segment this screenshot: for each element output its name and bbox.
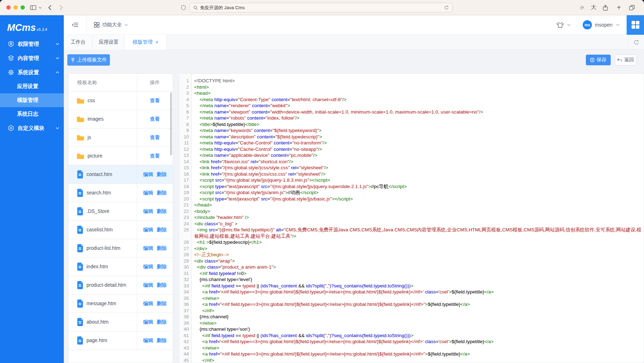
code-line[interactable]: 40 {ms:channel type='son'} (179, 326, 644, 332)
table-row[interactable]: search.htm 编辑删除 (69, 184, 173, 202)
code-line[interactable]: 33 <#if field.typeid == typeid || (ids?h… (179, 283, 644, 289)
code-line[interactable]: 15 <link href="/{ms:global.style/}css/st… (179, 165, 644, 171)
action-delete[interactable]: 删除 (157, 227, 167, 233)
tab-overview-icon[interactable] (628, 0, 636, 15)
code-line[interactable]: 45 </#if> (179, 357, 644, 363)
table-row[interactable]: contact.htm 编辑删除 (69, 165, 173, 184)
font-larger-button[interactable]: 大 (590, 0, 598, 15)
code-line[interactable]: 35 <#else> (179, 295, 644, 302)
code-line[interactable]: 44 <a href="<#if field.type==3>{ms:globa… (179, 351, 644, 357)
code-line[interactable]: 4 <meta http-equiv="Content-Type" conten… (179, 97, 644, 103)
action-view[interactable]: 查看 (150, 116, 160, 122)
action-view[interactable]: 查看 (150, 134, 160, 141)
chevron-down-icon[interactable] (567, 24, 571, 26)
action-view[interactable]: 查看 (150, 153, 160, 159)
table-row[interactable]: index.htm 编辑删除 (69, 258, 173, 276)
code-line[interactable]: 41 <#if field.typeid == typeid || (ids?h… (179, 332, 644, 339)
sidebar-item-permissions[interactable]: 权限管理 (0, 37, 64, 51)
action-delete[interactable]: 删除 (157, 319, 167, 325)
apps-grid-button[interactable] (627, 15, 644, 35)
code-line[interactable]: 34 <a href='<#if field.type==3>{ms:globa… (179, 289, 644, 295)
code-editor[interactable]: 1<!DOCTYPE html>2<html>3<head>4 <meta ht… (179, 73, 644, 363)
code-line[interactable]: 43 <#else> (179, 345, 644, 351)
save-button[interactable]: 保存 (586, 55, 611, 65)
code-line[interactable]: 23<#include "header.htm" /> (179, 214, 644, 221)
code-line[interactable]: 5 <meta name="renderer" content="webkit"… (179, 103, 644, 109)
action-delete[interactable]: 删除 (157, 208, 167, 215)
code-line[interactable]: 16 <link href="/{ms:global.style/}css/cs… (179, 171, 644, 177)
action-edit[interactable]: 编辑 (143, 208, 153, 215)
code-line[interactable]: 1<!DOCTYPE html> (179, 78, 644, 84)
avatar[interactable]: ms (583, 20, 592, 29)
minimize-window-button[interactable] (13, 5, 18, 10)
code-line[interactable]: 24<div class="o_big" > (179, 221, 644, 227)
action-delete[interactable]: 删除 (157, 245, 167, 252)
sidebar-item-template-management[interactable]: 模版管理 (0, 93, 64, 107)
code-line[interactable]: 25 <img src="{@ms:file field.typelitpic/… (179, 227, 644, 239)
share-icon[interactable] (602, 0, 609, 15)
sidebar-dropdown-chevron-icon[interactable] (38, 0, 43, 15)
code-line[interactable]: 2<html> (179, 84, 644, 90)
code-line[interactable]: 7 <meta name="robots" content="index, fo… (179, 115, 644, 121)
feature-menu[interactable]: 功能大全 (94, 22, 128, 28)
code-line[interactable]: 38 {/ms:channel} (179, 314, 644, 320)
refresh-tab-button[interactable] (628, 35, 644, 50)
table-row[interactable]: caselist.htm 编辑删除 (69, 221, 173, 239)
action-view[interactable]: 查看 (150, 98, 160, 104)
table-row[interactable]: page.htm 编辑删除 (69, 331, 173, 350)
code-line[interactable]: 12 <meta http-equiv="Cache-Control" cont… (179, 146, 644, 153)
back-button[interactable] (46, 0, 53, 15)
chevron-down-icon[interactable] (616, 24, 620, 26)
code-line[interactable]: 32 {ms:channel type='level'} (179, 276, 644, 283)
address-bar[interactable]: 免疫开源的 Java Cms (190, 3, 453, 12)
reload-icon[interactable] (444, 5, 449, 10)
code-line[interactable]: 29<div class="wrap"> (179, 258, 644, 264)
action-edit[interactable]: 编辑 (143, 282, 153, 288)
table-row[interactable]: .DS_Store 编辑删除 (69, 202, 173, 221)
table-row[interactable]: message.htm 编辑删除 (69, 295, 173, 313)
action-delete[interactable]: 删除 (157, 282, 167, 288)
action-delete[interactable]: 删除 (157, 171, 167, 178)
table-row[interactable]: picture 查看 (69, 147, 173, 165)
code-line[interactable]: 36 <a href="<#if field.type==3>{ms:globa… (179, 301, 644, 308)
table-row[interactable]: product-list.htm 编辑删除 (69, 239, 173, 258)
code-line[interactable]: 13 <meta name="applicable-device" conten… (179, 152, 644, 159)
code-line[interactable]: 30 <div class="product_a anim anim-1"> (179, 264, 644, 270)
code-line[interactable]: 9 <meta name="keywords" content="${field… (179, 127, 644, 134)
code-line[interactable]: 14 <link href="/favicon.ico" rel="shortc… (179, 159, 644, 165)
table-row[interactable]: about.htm 编辑删除 (69, 313, 173, 331)
code-line[interactable]: 19 <script src="/{ms:global.style/}js/an… (179, 189, 644, 196)
code-line[interactable]: 6 <meta name="viewport" content="width=d… (179, 109, 644, 115)
code-line[interactable]: 27</div> (179, 246, 644, 252)
action-edit[interactable]: 编辑 (143, 264, 153, 270)
sidebar-toggle-icon[interactable] (29, 0, 37, 15)
table-row[interactable]: images 查看 (69, 110, 173, 128)
action-edit[interactable]: 编辑 (143, 171, 153, 178)
theme-tshirt-icon[interactable] (556, 22, 564, 28)
code-line[interactable]: 22<body> (179, 208, 644, 215)
code-line[interactable]: 37 </#if> (179, 308, 644, 314)
tab-workbench[interactable]: 工作台 (64, 35, 93, 50)
action-delete[interactable]: 删除 (157, 190, 167, 196)
table-row[interactable]: css 查看 (69, 92, 173, 110)
sidebar-item-app-settings[interactable]: 应用设置 (0, 79, 64, 93)
collapse-sidebar-button[interactable] (64, 22, 86, 27)
code-line[interactable]: 39 <#else> (179, 320, 644, 326)
code-line[interactable]: 26 <h1 >${field.typedescrip}</h1> (179, 239, 644, 246)
code-line[interactable]: 8 <title>${field.typetitle}</title> (179, 121, 644, 128)
code-line[interactable]: 10 <meta name="description" content="${f… (179, 134, 644, 140)
code-line[interactable]: 20 <script type="text/javascript" src="/… (179, 196, 644, 202)
action-delete[interactable]: 删除 (157, 301, 167, 307)
action-edit[interactable]: 编辑 (143, 190, 153, 196)
action-delete[interactable]: 删除 (157, 337, 167, 344)
zoom-window-button[interactable] (21, 5, 25, 10)
forward-button[interactable] (57, 0, 65, 15)
new-tab-button[interactable]: + (615, 0, 622, 15)
code-line[interactable]: 18 <script type="text/javascript" src="/… (179, 183, 644, 190)
font-smaller-button[interactable]: 小 (578, 0, 586, 15)
code-line[interactable]: 21</head> (179, 202, 644, 208)
code-line[interactable]: 3<head> (179, 90, 644, 97)
action-delete[interactable]: 删除 (157, 264, 167, 270)
privacy-shield-icon[interactable] (180, 0, 186, 15)
code-line[interactable]: 31 <#if field.typeleaf !=0> (179, 270, 644, 277)
